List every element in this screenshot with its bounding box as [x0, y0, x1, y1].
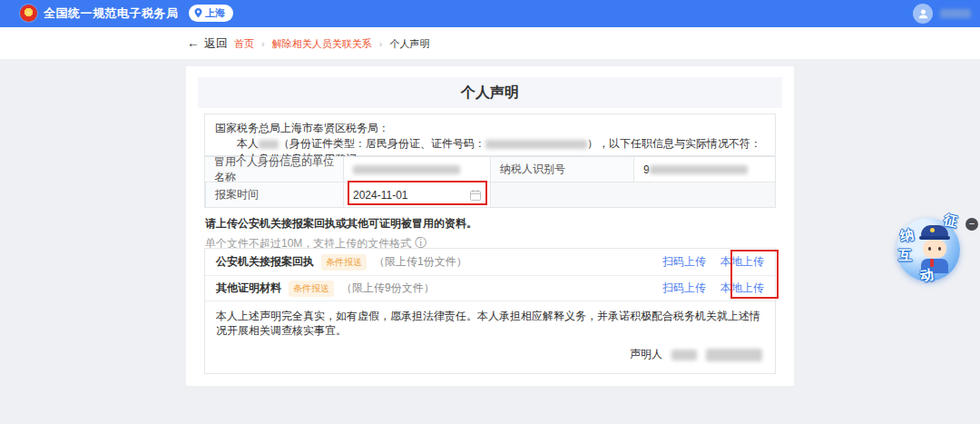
taxpayer-id-label: 纳税人识别号 — [490, 156, 633, 182]
breadcrumb-separator-icon: › — [261, 38, 265, 49]
user-avatar[interactable] — [913, 4, 933, 24]
commitment-paragraph: 本人上述声明完全真实，如有虚假，愿承担法律责任。本人承担相应解释义务，并承诺积极… — [205, 301, 775, 340]
report-date-label: 报案时间 — [205, 182, 343, 207]
app-window: ★ 全国统一规范电子税务局 上海 ←返回 首页 › 解除相关人员关联关系 › 个 — [0, 0, 980, 424]
declarant-label: 声明人 — [630, 347, 662, 362]
user-icon — [917, 8, 929, 20]
report-date-field[interactable]: 2024-11-01 — [343, 182, 490, 207]
tax-interaction-widget[interactable]: 征 纳 互 动 − — [887, 211, 978, 291]
mascot-char-dong: 动 — [919, 266, 935, 284]
app-title: 全国统一规范电子税务局 — [44, 0, 179, 27]
upload-row-police-receipt: 公安机关接报案回执 条件报送 （限上传1份文件） 扫码上传 本地上传 — [205, 249, 775, 276]
page-title: 个人声明 — [198, 77, 782, 108]
location-switcher[interactable]: 上海 — [189, 5, 233, 22]
back-arrow-icon: ← — [187, 35, 200, 50]
calendar-icon[interactable] — [470, 190, 481, 201]
breadcrumb-current: 个人声明 — [390, 38, 430, 49]
declaration-fields-table: 冒用个人身份信息的单位名称 纳税人识别号 9 报案时间 2024-11-01 — [205, 156, 775, 207]
username-redacted[interactable] — [940, 9, 971, 18]
declaration-section: 国家税务总局上海市奉贤区税务局： 本人（身份证件类型：居民身份证、证件号码：），… — [204, 113, 776, 208]
declarant-signature-line: 声明人 — [205, 340, 775, 373]
id-number-redacted — [485, 140, 587, 149]
breadcrumb: 首页 › 解除相关人员关联关系 › 个人声明 — [234, 37, 430, 51]
upload-item-name: 其他证明材料 — [216, 281, 281, 296]
taxpayer-id-value: 9 — [633, 156, 775, 182]
upload-limit-text: （限上传9份文件） — [341, 281, 435, 296]
mascot-char-zheng: 征 — [942, 212, 959, 232]
report-date-value: 2024-11-01 — [353, 189, 408, 202]
breadcrumb-parent-link[interactable]: 解除相关人员关联关系 — [272, 38, 372, 49]
mascot-char-na: 纳 — [898, 226, 915, 245]
unit-name-value — [343, 156, 490, 182]
upload-section: 公安机关接报案回执 条件报送 （限上传1份文件） 扫码上传 本地上传 其他证明材… — [204, 248, 776, 374]
location-pin-icon — [194, 8, 202, 18]
back-button[interactable]: ←返回 — [187, 35, 228, 52]
declaration-salutation: 国家税务总局上海市奉贤区税务局： — [215, 121, 765, 136]
personal-declaration-card: 个人声明 国家税务总局上海市奉贤区税务局： 本人（身份证件类型：居民身份证、证件… — [186, 66, 794, 386]
unit-name-label: 冒用个人身份信息的单位名称 — [205, 156, 343, 182]
empty-cell — [490, 182, 775, 207]
breadcrumb-separator-icon: › — [379, 38, 383, 49]
upload-item-name: 公安机关接报案回执 — [216, 254, 314, 270]
location-label: 上海 — [205, 6, 225, 20]
declarant-date-redacted — [706, 349, 762, 361]
declarant-name-redacted — [259, 140, 279, 149]
declaration-paragraph: 国家税务总局上海市奉贤区税务局： 本人（身份证件类型：居民身份证、证件号码：），… — [205, 114, 775, 156]
conditional-submission-badge: 条件报送 — [289, 281, 334, 297]
taxpayer-id-redacted — [650, 165, 748, 174]
top-header-bar: ★ 全国统一规范电子税务局 上海 — [0, 0, 980, 27]
minimize-widget-button[interactable]: − — [965, 218, 978, 231]
local-upload-link[interactable]: 本地上传 — [720, 254, 764, 270]
national-emblem-icon: ★ — [20, 5, 37, 22]
breadcrumb-bar: ←返回 首页 › 解除相关人员关联关系 › 个人声明 — [0, 27, 980, 59]
upload-limit-text: （限上传1份文件） — [374, 254, 467, 270]
unit-name-redacted — [353, 165, 460, 174]
local-upload-link[interactable]: 本地上传 — [720, 281, 764, 296]
declarant-name-redacted — [671, 350, 697, 360]
upload-row-other-materials: 其他证明材料 条件报送 （限上传9份文件） 扫码上传 本地上传 — [205, 276, 775, 301]
scan-upload-link[interactable]: 扫码上传 — [662, 254, 706, 270]
scan-upload-link[interactable]: 扫码上传 — [662, 281, 706, 296]
upload-instruction: 请上传公安机关接报案回执或其他可证明被冒用的资料。 — [205, 216, 477, 232]
breadcrumb-home-link[interactable]: 首页 — [234, 38, 254, 49]
minus-icon: − — [969, 218, 975, 229]
mascot-char-hu: 互 — [898, 247, 912, 264]
conditional-submission-badge: 条件报送 — [321, 254, 367, 271]
